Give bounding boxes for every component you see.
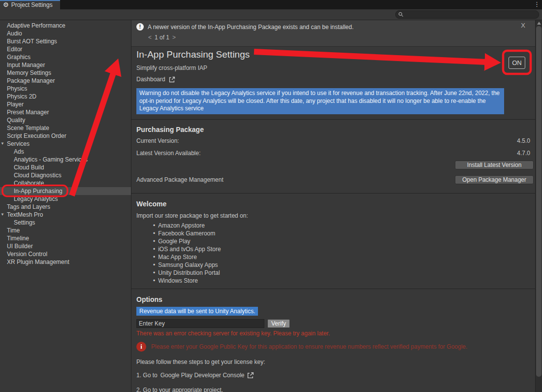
sidebar-item-label: UI Builder bbox=[7, 243, 33, 250]
sidebar-item-label: Package Manager bbox=[7, 77, 55, 84]
google-key-error-text: Please enter your Google Public Key for … bbox=[151, 342, 467, 350]
sidebar-item-quality[interactable]: Quality bbox=[0, 116, 131, 124]
tab-title: Project Settings bbox=[11, 1, 53, 8]
sidebar-item-graphics[interactable]: Graphics bbox=[0, 53, 131, 61]
sidebar-item-label: Burst AOT Settings bbox=[7, 38, 57, 45]
sidebar-item-label: Physics 2D bbox=[7, 93, 36, 100]
banner-message: A newer version of the In-App Purchasing… bbox=[148, 24, 353, 31]
store-list-item: Facebook Gameroom bbox=[153, 229, 535, 237]
welcome-intro: Import our store package to get started … bbox=[136, 212, 535, 219]
dashboard-label: Dashboard bbox=[136, 76, 165, 83]
sidebar-item-ads[interactable]: Ads bbox=[0, 148, 131, 156]
sidebar-item-audio[interactable]: Audio bbox=[0, 30, 131, 37]
sidebar-item-settings[interactable]: Settings bbox=[0, 219, 131, 227]
sidebar-item-label: Tags and Layers bbox=[7, 203, 50, 210]
sidebar-item-physics-2d[interactable]: Physics 2D bbox=[0, 93, 131, 100]
sidebar-item-label: Ads bbox=[14, 148, 24, 155]
store-list-item: Google Play bbox=[153, 237, 535, 245]
sidebar-item-label: Player bbox=[7, 101, 24, 108]
install-latest-version-button[interactable]: Install Latest Version bbox=[455, 161, 534, 169]
scroll-up-arrow-icon[interactable] bbox=[537, 22, 541, 25]
sidebar-item-label: Services bbox=[7, 140, 30, 147]
sidebar-item-physics[interactable]: Physics bbox=[0, 85, 131, 93]
dashboard-link[interactable]: Dashboard bbox=[136, 76, 175, 83]
google-key-input[interactable] bbox=[136, 319, 264, 328]
update-notification-banner: ! A newer version of the In-App Purchasi… bbox=[131, 20, 535, 47]
external-link-icon bbox=[169, 76, 175, 83]
section-divider bbox=[131, 289, 535, 289]
sidebar-item-tags-and-layers[interactable]: Tags and Layers bbox=[0, 203, 131, 211]
main-panel: ! A newer version of the In-App Purchasi… bbox=[131, 20, 535, 392]
gear-icon: ⚙ bbox=[3, 1, 9, 8]
advanced-package-management-label: Advanced Package Management bbox=[136, 176, 223, 183]
sidebar-item-label: Time bbox=[7, 227, 20, 234]
sidebar-item-collaborate[interactable]: Collaborate bbox=[0, 179, 131, 187]
step2-text: 2. Go to your appropriate project. bbox=[136, 387, 535, 392]
google-play-console-link[interactable]: Google Play Developer Console bbox=[160, 371, 245, 379]
sidebar-item-script-execution-order[interactable]: Script Execution Order bbox=[0, 132, 131, 140]
pager-text: 1 of 1 bbox=[155, 34, 169, 41]
sidebar-item-label: Cloud Build bbox=[14, 164, 44, 171]
sidebar-item-label: Audio bbox=[7, 30, 22, 37]
sidebar-item-label: Analytics - Gaming Services bbox=[14, 156, 88, 163]
sidebar-item-in-app-purchasing[interactable]: In-App Purchasing bbox=[0, 187, 131, 195]
section-divider bbox=[131, 119, 535, 120]
sidebar-item-label: Adaptive Performance bbox=[7, 22, 65, 29]
search-input[interactable] bbox=[406, 12, 534, 18]
kebab-menu-icon[interactable]: ⋮ bbox=[534, 0, 540, 8]
sidebar-item-burst-aot-settings[interactable]: Burst AOT Settings bbox=[0, 37, 131, 45]
notification-bubble-icon: ! bbox=[136, 23, 144, 31]
external-link-icon bbox=[247, 372, 254, 379]
verify-button[interactable]: Verify bbox=[267, 319, 290, 328]
banner-close-button[interactable]: X bbox=[521, 22, 525, 29]
latest-version-value: 4.7.0 bbox=[517, 150, 530, 157]
foldout-arrow-icon[interactable]: ▼ bbox=[0, 140, 4, 148]
tab-project-settings[interactable]: ⚙ Project Settings bbox=[0, 0, 60, 9]
pager-next-button[interactable]: > bbox=[172, 34, 176, 41]
store-list-item: Samsung Galaxy Apps bbox=[153, 261, 535, 269]
sidebar-item-memory-settings[interactable]: Memory Settings bbox=[0, 69, 131, 77]
scrollbar-thumb[interactable] bbox=[536, 26, 542, 377]
sidebar-item-adaptive-performance[interactable]: Adaptive Performance bbox=[0, 22, 131, 30]
sidebar-item-time[interactable]: Time bbox=[0, 227, 131, 234]
sidebar-item-preset-manager[interactable]: Preset Manager bbox=[0, 108, 131, 116]
analytics-note: Revenue data will be sent to Unity Analy… bbox=[136, 307, 258, 316]
sidebar-item-scene-template[interactable]: Scene Template bbox=[0, 124, 131, 132]
sidebar-item-textmesh-pro[interactable]: ▼TextMesh Pro bbox=[0, 211, 131, 219]
toolbar bbox=[0, 9, 542, 20]
search-icon bbox=[398, 12, 404, 17]
sidebar-item-editor[interactable]: Editor bbox=[0, 45, 131, 53]
sidebar-item-analytics-gaming-services[interactable]: Analytics - Gaming Services bbox=[0, 156, 131, 163]
sidebar-item-label: Cloud Diagnostics bbox=[14, 172, 62, 179]
sidebar-item-xr-plugin-management[interactable]: XR Plugin Management bbox=[0, 258, 131, 266]
sidebar-item-label: Graphics bbox=[7, 54, 31, 61]
license-steps-intro: Please follow these steps to get your li… bbox=[136, 359, 535, 365]
sidebar-item-label: Preset Manager bbox=[7, 109, 49, 116]
sidebar-item-label: Timeline bbox=[7, 235, 29, 242]
error-info-icon: i bbox=[136, 342, 146, 352]
sidebar-item-cloud-build[interactable]: Cloud Build bbox=[0, 163, 131, 171]
store-list-item: Mac App Store bbox=[153, 253, 535, 261]
page-subtitle: Simplify cross-platform IAP bbox=[136, 65, 535, 71]
server-error-text: There was an error checking server for e… bbox=[136, 330, 535, 337]
sidebar-item-label: Input Manager bbox=[7, 62, 45, 68]
sidebar-item-services[interactable]: ▼Services bbox=[0, 140, 131, 148]
sidebar-item-timeline[interactable]: Timeline bbox=[0, 234, 131, 242]
welcome-heading: Welcome bbox=[136, 200, 535, 208]
pager-prev-button[interactable]: < bbox=[148, 34, 152, 41]
open-package-manager-button[interactable]: Open Package Manager bbox=[455, 175, 534, 184]
sidebar-item-cloud-diagnostics[interactable]: Cloud Diagnostics bbox=[0, 171, 131, 179]
vertical-scrollbar[interactable] bbox=[535, 20, 542, 392]
store-list: Amazon AppstoreFacebook GameroomGoogle P… bbox=[153, 222, 535, 285]
sidebar-item-player[interactable]: Player bbox=[0, 100, 131, 108]
sidebar-item-version-control[interactable]: Version Control bbox=[0, 250, 131, 258]
iap-enabled-toggle[interactable]: ON bbox=[509, 57, 525, 69]
foldout-arrow-icon[interactable]: ▼ bbox=[0, 211, 4, 219]
search-box[interactable] bbox=[395, 10, 539, 19]
sidebar-item-legacy-analytics[interactable]: Legacy Analytics bbox=[0, 195, 131, 203]
sidebar-item-input-manager[interactable]: Input Manager bbox=[0, 61, 131, 69]
sidebar-item-label: TextMesh Pro bbox=[7, 211, 43, 218]
sidebar-list: Adaptive PerformanceAudioBurst AOT Setti… bbox=[0, 22, 131, 266]
sidebar-item-ui-builder[interactable]: UI Builder bbox=[0, 242, 131, 250]
sidebar-item-package-manager[interactable]: Package Manager bbox=[0, 77, 131, 85]
